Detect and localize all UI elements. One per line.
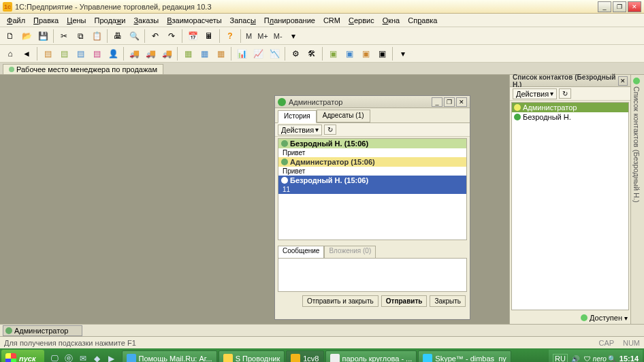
taskbar-item[interactable]: пароль круглова - ... [325, 350, 417, 362]
window-tab-admin[interactable]: Администратор [3, 325, 82, 336]
tb2-grid3-icon[interactable]: ▦ [213, 46, 228, 61]
menu-planning[interactable]: Планирование [260, 15, 319, 26]
contacts-status[interactable]: Доступен ▾ [510, 312, 630, 324]
message-body[interactable]: Привет [278, 167, 466, 176]
minimize-button[interactable]: _ [598, 1, 611, 12]
chat-maximize-button[interactable]: ❐ [444, 97, 455, 107]
tab-sales-manager[interactable]: Рабочее место менеджера по продажам [3, 64, 163, 74]
tb2-report1-icon[interactable]: 📊 [234, 46, 249, 61]
taskbar-item[interactable]: Skype™ - dimbas_ny [418, 350, 511, 362]
message-header[interactable]: Безродный Н. (15:06) [278, 176, 466, 185]
tb-calc-icon[interactable]: 🖩 [202, 29, 216, 44]
tb-mem-mplus[interactable]: М+ [255, 32, 270, 40]
menu-help[interactable]: Справка [404, 15, 441, 26]
tb2-config2-icon[interactable]: 🛠 [304, 46, 319, 61]
chat-actions-menu[interactable]: Действия ▾ [278, 125, 322, 135]
tray-icon[interactable]: 🔊 [570, 354, 580, 362]
message-body[interactable]: 11 [278, 185, 466, 194]
menu-settlements[interactable]: Взаиморасчеты [163, 15, 225, 26]
tb2-doc2-icon[interactable]: ▤ [57, 46, 71, 61]
tb2-catalog1-icon[interactable]: ▣ [325, 46, 340, 61]
menu-crm[interactable]: CRM [319, 15, 344, 26]
chat-refresh-button[interactable]: ↻ [324, 125, 336, 135]
tb2-back-icon[interactable]: ◄ [19, 46, 34, 61]
tb2-doc1-icon[interactable]: ▤ [40, 46, 55, 61]
taskbar-item[interactable]: Помощь Mail.Ru: Аг... [122, 350, 217, 362]
tab-recipients[interactable]: Адресаты (1) [317, 110, 370, 122]
ql-ie-icon[interactable]: ⓔ [62, 351, 76, 362]
ql-desktop-icon[interactable]: 🖵 [48, 351, 61, 362]
language-indicator[interactable]: RU [553, 354, 568, 362]
tray-nero[interactable]: nero [595, 354, 605, 362]
tb2-catalog2-icon[interactable]: ▣ [342, 46, 357, 61]
chat-close-button[interactable]: ✕ [456, 97, 467, 107]
taskbar-item[interactable]: 1cv8 [286, 350, 323, 362]
taskbar-item[interactable]: S Проводник [219, 350, 285, 362]
tb2-doc4-icon[interactable]: ▤ [89, 46, 104, 61]
tb2-more-icon[interactable]: ▾ [396, 46, 410, 61]
chat-minimize-button[interactable]: _ [432, 97, 442, 107]
start-button[interactable]: пуск [1, 350, 44, 362]
message-body[interactable]: Привет [278, 148, 466, 157]
tb2-catalog4-icon[interactable]: ▣ [374, 46, 389, 61]
chat-titlebar[interactable]: Администратор _ ❐ ✕ [275, 96, 470, 108]
tb-cut-icon[interactable]: ✂ [57, 29, 71, 44]
menu-edit[interactable]: Правка [29, 15, 63, 26]
menu-orders[interactable]: Заказы [129, 15, 163, 26]
contacts-list[interactable]: Администратор Безродный Н. [511, 102, 629, 310]
tb-calendar-icon[interactable]: 📅 [185, 29, 200, 44]
tb-copy-icon[interactable]: ⧉ [73, 29, 88, 44]
tb2-user-icon[interactable]: 👤 [106, 46, 120, 61]
tb-redo-icon[interactable]: ↷ [164, 29, 179, 44]
tb2-truck3-icon[interactable]: 🚚 [159, 46, 174, 61]
tray-icon[interactable]: 🛡 [583, 354, 592, 362]
contact-item[interactable]: Администратор [512, 103, 628, 112]
tb-dropdown-icon[interactable]: ▾ [286, 29, 301, 44]
tb-mem-m[interactable]: М [244, 32, 254, 40]
tb-help-icon[interactable]: ? [223, 29, 238, 44]
menu-stock[interactable]: Запасы [226, 15, 260, 26]
tb-open-icon[interactable]: 📂 [19, 29, 34, 44]
tb2-grid2-icon[interactable]: ▦ [197, 46, 212, 61]
ql-app-icon[interactable]: ◆ [91, 351, 104, 362]
clock[interactable]: 15:14 [619, 355, 639, 362]
message-header[interactable]: Безродный Н. (15:06) [278, 139, 466, 148]
menu-service[interactable]: Сервис [344, 15, 379, 26]
tb-print-icon[interactable]: 🖶 [110, 29, 125, 44]
tb2-catalog3-icon[interactable]: ▣ [358, 46, 373, 61]
compose-textarea[interactable] [278, 258, 467, 292]
tb-find-icon[interactable]: 🔍 [127, 29, 142, 44]
maximize-button[interactable]: ❐ [613, 1, 626, 12]
menu-sales[interactable]: Продажи [90, 15, 129, 26]
tb-save-icon[interactable]: 💾 [35, 29, 50, 44]
tb2-config1-icon[interactable]: ⚙ [288, 46, 303, 61]
tab-history[interactable]: История [278, 110, 317, 123]
close-button[interactable]: Закрыть [430, 295, 466, 307]
tb-new-icon[interactable]: 🗋 [3, 29, 18, 44]
contact-item[interactable]: Безродный Н. [512, 112, 628, 122]
menu-file[interactable]: Файл [3, 15, 29, 26]
contacts-close-button[interactable]: ✕ [618, 76, 628, 86]
tb2-grid1-icon[interactable]: ▦ [180, 46, 195, 61]
tb-mem-mminus[interactable]: М- [272, 32, 285, 40]
chat-history[interactable]: Безродный Н. (15:06) Привет Администрато… [278, 138, 467, 240]
tab-message[interactable]: Сообщение [278, 246, 324, 258]
tb2-report3-icon[interactable]: 📉 [267, 46, 282, 61]
tb-undo-icon[interactable]: ↶ [148, 29, 163, 44]
tab-attachments[interactable]: Вложения (0) [324, 246, 376, 258]
tb2-truck2-icon[interactable]: 🚚 [143, 46, 158, 61]
vertical-tab[interactable]: Список контактов (Безродный Н.) [630, 75, 644, 324]
contacts-refresh-button[interactable]: ↻ [559, 88, 571, 99]
close-button[interactable]: ✕ [628, 1, 641, 12]
message-header[interactable]: Администратор (15:06) [278, 157, 466, 167]
tb-paste-icon[interactable]: 📋 [89, 29, 104, 44]
ql-mail-icon[interactable]: ✉ [76, 351, 90, 362]
tb2-truck1-icon[interactable]: 🚚 [127, 46, 142, 61]
ql-media-icon[interactable]: ▶ [105, 351, 118, 362]
send-and-close-button[interactable]: Отправить и закрыть [302, 295, 379, 307]
tray-icon[interactable]: 🔍 [607, 354, 617, 362]
send-button[interactable]: Отправить [381, 295, 428, 307]
menu-prices[interactable]: Цены [63, 15, 90, 26]
tb2-nav-icon[interactable]: ⌂ [3, 46, 18, 61]
contacts-actions-menu[interactable]: Действия ▾ [513, 88, 557, 99]
